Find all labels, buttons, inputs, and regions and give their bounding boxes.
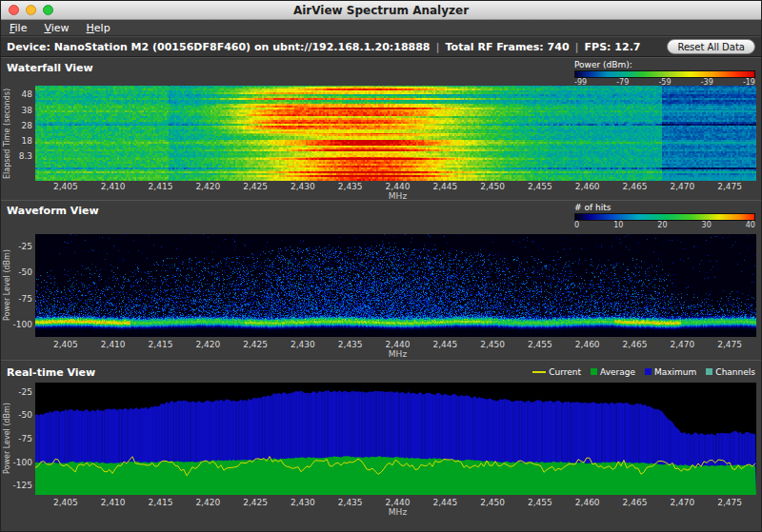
y-tick: 38 [22,106,32,115]
waveform-x-axis-label: MHz [37,349,758,359]
y-tick: -25 [18,387,32,397]
average-legend-label: Average [600,367,635,377]
statusbar: Device: NanoStation M2 (00156DF8F460) on… [1,36,761,57]
x-tick: 2,475 [717,340,742,349]
reset-all-data-button[interactable]: Reset All Data [667,39,755,54]
titlebar: AirView Spectrum Analyzer [1,1,761,20]
y-tick: -75 [18,434,32,443]
waveform-header: Waveform View # of hits 010203040 [1,200,761,234]
waterfall-y-axis-label: Elapsed Time (seconds) [1,86,12,181]
y-tick: 28 [22,121,32,130]
x-tick: 2,460 [575,340,600,349]
realtime-legend: Current Average Maximum Channels [532,367,755,377]
realtime-y-axis-label: Power Level (dBm) [1,383,12,495]
waterfall-x-axis: 2,4052,4102,4152,4202,4252,4302,4352,440… [37,181,758,200]
zoom-button[interactable] [43,5,53,15]
y-tick: -50 [18,267,32,277]
realtime-y-axis: Power Level (dBm) -25-50-75-100-125 [1,383,35,495]
x-tick: 2,435 [338,340,363,349]
x-tick: 2,405 [53,182,78,191]
app-window: AirView Spectrum Analyzer File View Help… [0,0,762,532]
y-tick: -100 [13,458,32,467]
x-tick: 2,420 [195,182,220,191]
x-tick: 2,455 [528,340,552,349]
y-tick: 8.3 [19,151,32,161]
x-tick: 2,460 [575,498,600,507]
hits-colorbar-ticks: 010203040 [574,221,755,229]
y-tick: 48 [22,89,32,99]
x-tick: 2,470 [670,340,694,349]
y-tick: 18 [22,136,32,146]
current-line-swatch [532,371,546,373]
x-tick: 2,440 [386,182,411,191]
x-tick: 2,450 [480,182,505,191]
minimize-button[interactable] [26,5,36,15]
y-tick: -125 [13,481,32,490]
average-swatch [591,368,597,375]
maximum-swatch [645,368,652,375]
realtime-chart [35,383,756,495]
waterfall-y-ticks: 483828188.3 [12,86,35,181]
realtime-x-axis-label: MHz [37,507,758,517]
x-tick: 2,440 [386,340,411,349]
waveform-y-axis: Power Level (dBm) -25-50-75-100 [1,234,35,337]
waterfall-y-axis: Elapsed Time (seconds) 483828188.3 [1,86,35,181]
waterfall-plot-row: Elapsed Time (seconds) 483828188.3 [1,86,761,181]
x-tick: 2,435 [338,498,363,507]
waveform-title: Waveform View [7,203,99,217]
window-title: AirView Spectrum Analyzer [293,4,469,17]
colorbar-tick: 0 [574,221,579,229]
x-tick: 2,415 [149,498,173,507]
realtime-plot-row: Power Level (dBm) -25-50-75-100-125 [1,383,761,495]
x-tick: 2,450 [480,340,505,349]
y-tick: -75 [18,294,32,304]
waterfall-x-axis-label: MHz [37,191,758,201]
waterfall-spectrogram [35,86,756,181]
legend-channels: Channels [706,367,755,377]
x-tick: 2,425 [243,182,268,191]
x-tick: 2,430 [291,340,315,349]
x-tick: 2,425 [243,340,268,349]
x-tick: 2,460 [575,182,600,191]
rf-frames-count: Total RF Frames: 740 [446,41,570,53]
waveform-x-axis: 2,4052,4102,4152,4202,4252,4302,4352,440… [37,337,758,360]
y-tick: -25 [18,242,32,251]
x-tick: 2,470 [670,182,694,191]
waveform-y-axis-label: Power Level (dBm) [1,234,12,337]
x-tick: 2,470 [670,498,694,507]
x-tick: 2,455 [528,182,552,191]
x-tick: 2,405 [53,498,78,507]
colorbar-tick: 20 [657,221,667,229]
waterfall-header: Waterfall View Power (dBm): -99-79-59-39… [1,57,761,86]
x-tick: 2,465 [623,182,648,191]
menu-help[interactable]: Help [87,22,110,34]
colorbar-tick: 10 [613,221,623,229]
hits-colorbar: # of hits 010203040 [574,203,755,229]
x-tick: 2,420 [195,498,220,507]
legend-average: Average [591,367,635,377]
power-gradient-bar [574,70,755,78]
realtime-x-ticks: 2,4052,4102,4152,4202,4252,4302,4352,440… [37,497,758,507]
waveform-x-ticks: 2,4052,4102,4152,4202,4252,4302,4352,440… [37,339,758,349]
x-tick: 2,420 [195,340,220,349]
x-tick: 2,435 [338,182,363,191]
close-button[interactable] [9,5,19,15]
current-legend-label: Current [549,367,581,377]
x-tick: 2,430 [291,498,315,507]
x-tick: 2,445 [432,498,457,507]
hits-gradient-bar [574,213,755,221]
hits-colorbar-label: # of hits [574,203,755,212]
y-tick: -100 [13,320,32,329]
x-tick: 2,415 [149,182,173,191]
window-controls [9,5,53,15]
x-tick: 2,415 [149,340,173,349]
menu-view[interactable]: View [44,22,69,34]
x-tick: 2,430 [291,182,315,191]
legend-maximum: Maximum [645,367,696,377]
menubar: File View Help [1,20,761,36]
x-tick: 2,465 [623,340,648,349]
menu-file[interactable]: File [10,22,27,34]
x-tick: 2,410 [101,498,126,507]
fps-value: FPS: 12.7 [585,41,641,53]
realtime-title: Real-time View [7,365,95,379]
